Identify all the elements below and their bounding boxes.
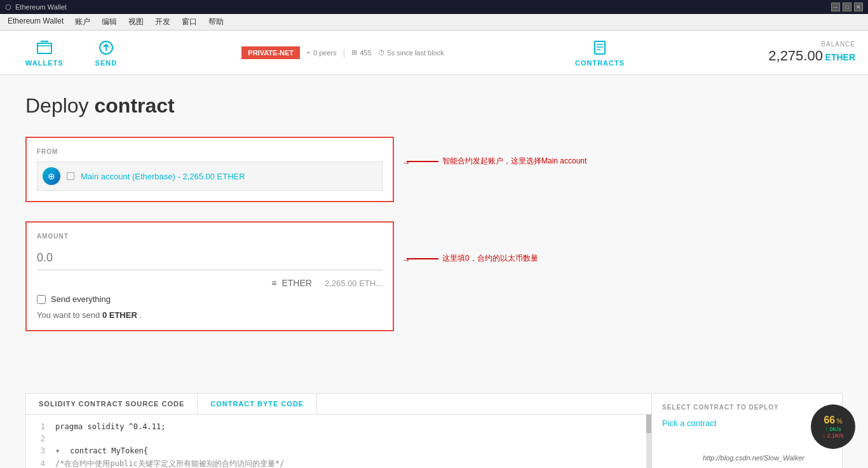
title-bar-controls: ─ □ ✕ xyxy=(831,3,863,11)
code-content: 1 pragma solidity ^0.4.11; 2 3 ▾ contrac… xyxy=(26,415,651,468)
contracts-button[interactable]: CONTRACTS xyxy=(562,39,637,67)
menu-window[interactable]: 窗口 xyxy=(177,15,202,29)
network-badge: PRIVATE-NET xyxy=(241,46,300,59)
balance-right: 2,265.00 ETH... xyxy=(325,273,383,288)
title-bar: ⬡ Ethereum Wallet ─ □ ✕ xyxy=(0,0,868,14)
send-everything-label: Send everything xyxy=(51,294,111,304)
bytecode-tab[interactable]: CONTRACT BYTE CODE xyxy=(198,394,317,414)
svg-rect-2 xyxy=(595,41,605,54)
code-line-4: 4 /*在合约中使用public关键字定义所有能被别的合约访问的变量*/ xyxy=(35,458,642,468)
pick-contract-link[interactable]: Pick a contract xyxy=(662,418,832,428)
code-line-1: 1 pragma solidity ^0.4.11; xyxy=(35,421,642,433)
code-tab-bar: SOLIDITY CONTRACT SOURCE CODE CONTRACT B… xyxy=(26,394,651,415)
peers-icon: ⌁ xyxy=(306,48,311,57)
code-scroll-bar[interactable] xyxy=(646,415,651,468)
title-bar-title: Ethereum Wallet xyxy=(15,3,67,11)
close-button[interactable]: ✕ xyxy=(854,3,863,11)
account-icon: ⊕ xyxy=(43,167,60,185)
from-section: FROM ⊕ Main account (Etherbase) - 2,265.… xyxy=(25,137,394,202)
menu-bar: Ethereum Wallet 账户 编辑 视图 开发 窗口 帮助 xyxy=(0,14,868,31)
menu-develop[interactable]: 开发 xyxy=(150,15,175,29)
send-button[interactable]: SEND xyxy=(83,39,130,67)
account-row[interactable]: ⊕ Main account (Etherbase) - 2,265.00 ET… xyxy=(37,162,383,191)
from-label: FROM xyxy=(37,148,383,155)
title-bar-left: ⬡ Ethereum Wallet xyxy=(5,3,67,11)
ether-label: ≡ ETHER xyxy=(271,273,312,288)
send-everything-checkbox[interactable] xyxy=(37,295,46,304)
speed-indicator: 66 % ↑ 0K/s ↓ 2.1K/s xyxy=(811,404,855,449)
menu-ethereum-wallet[interactable]: Ethereum Wallet xyxy=(3,15,69,29)
balance-unit: ETHER xyxy=(825,52,855,62)
ether-menu-icon: ≡ xyxy=(271,278,276,288)
clock-icon: ⏱ xyxy=(378,49,385,57)
blocks-icon: ⊞ xyxy=(351,48,357,57)
menu-edit[interactable]: 编辑 xyxy=(97,15,122,29)
amount-annotation: → 这里填0，合约的以太币数量 xyxy=(407,253,538,264)
account-name: Main account (Etherbase) - 2,265.00 ETHE… xyxy=(81,172,245,181)
peers-status: ⌁ 0 peers xyxy=(306,48,337,57)
menu-view[interactable]: 视图 xyxy=(123,15,149,29)
balance-display: 2,275.00 ETHER xyxy=(768,48,855,64)
speed-percent-display: 66 % xyxy=(824,415,842,426)
code-panel: SOLIDITY CONTRACT SOURCE CODE CONTRACT B… xyxy=(25,393,652,468)
download-speed: ↓ 2.1K/s xyxy=(823,432,844,439)
balance-label: BALANCE xyxy=(768,41,855,48)
wallets-button[interactable]: WALLETS xyxy=(13,39,76,67)
contracts-icon xyxy=(591,39,609,57)
balance-amount: 2,275.00 xyxy=(768,48,823,64)
send-everything-row: Send everything xyxy=(37,294,383,304)
amount-section: AMOUNT ≡ ETHER 2,265.00 ETH... Send ever… xyxy=(25,221,394,331)
wallets-icon xyxy=(36,39,53,57)
balance-section: BALANCE 2,275.00 ETHER xyxy=(768,41,855,64)
svg-rect-0 xyxy=(37,43,51,53)
app-icon: ⬡ xyxy=(5,3,11,11)
separator1: | xyxy=(343,48,345,57)
upload-speed: ↑ 0K/s xyxy=(825,426,841,432)
network-status: PRIVATE-NET ⌁ 0 peers | ⊞ 455 ⏱ 5s since… xyxy=(241,46,444,59)
solidity-tab[interactable]: SOLIDITY CONTRACT SOURCE CODE xyxy=(26,394,198,414)
blocks-status: ⊞ 455 xyxy=(351,48,371,57)
scroll-thumb xyxy=(646,415,651,433)
code-line-2: 2 xyxy=(35,433,642,445)
amount-input[interactable] xyxy=(37,246,383,270)
contract-panel-title: SELECT CONTRACT TO DEPLOY xyxy=(662,404,832,411)
time-status: ⏱ 5s since last block xyxy=(378,49,444,57)
account-checkbox[interactable] xyxy=(67,172,74,180)
from-annotation: → 智能合约发起账户，这里选择Main account xyxy=(407,156,587,167)
watermark: http://blog.csdn.net/Slow_Walker xyxy=(703,454,804,462)
send-icon xyxy=(97,39,115,57)
maximize-button[interactable]: □ xyxy=(843,3,851,11)
page-title: Deploy contract xyxy=(25,94,843,118)
code-line-3: 3 ▾ contract MyToken{ xyxy=(35,445,642,457)
send-summary: You want to send 0 ETHER . xyxy=(37,310,383,320)
main-content: Deploy contract FROM ⊕ Main account (Eth… xyxy=(0,75,868,393)
top-nav: WALLETS SEND PRIVATE-NET ⌁ 0 peers | ⊞ 4… xyxy=(0,31,868,75)
menu-help[interactable]: 帮助 xyxy=(203,15,229,29)
menu-account[interactable]: 账户 xyxy=(70,15,95,29)
amount-label: AMOUNT xyxy=(37,233,383,240)
minimize-button[interactable]: ─ xyxy=(831,3,840,11)
